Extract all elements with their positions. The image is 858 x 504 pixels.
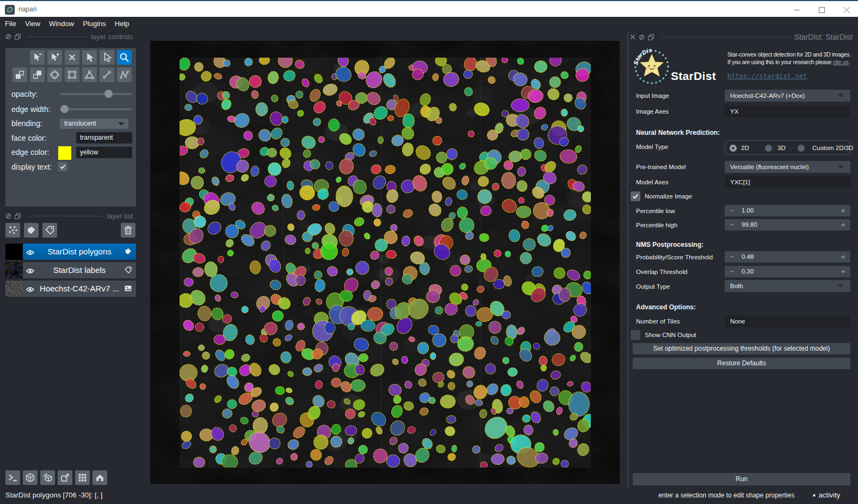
tool-ndisplay[interactable] (23, 470, 38, 485)
hide-dock-icon[interactable] (5, 34, 11, 40)
layer-name: StarDist labels (23, 262, 136, 278)
tool-new-points[interactable] (5, 223, 20, 238)
spin-increment[interactable]: + (841, 266, 845, 277)
menu-window[interactable]: Window (45, 17, 78, 31)
menu-help[interactable]: Help (110, 17, 134, 31)
tool-move-back[interactable] (13, 67, 27, 82)
plugin-dock-title: StarDist: StarDist (794, 33, 853, 41)
face-color-label: face color: (11, 134, 47, 142)
title-bar: napari (0, 0, 858, 17)
input-image-label: Input Image (636, 92, 669, 99)
tool-insert-vertex[interactable] (47, 50, 62, 65)
tool-move-front[interactable] (30, 67, 45, 82)
tool-add-path[interactable] (117, 67, 132, 82)
model-type-radio-group: 2D 3D Custom 2D/3D (725, 140, 850, 155)
edge-color-field[interactable]: yellow (76, 147, 132, 158)
restore-defaults-button[interactable]: Restore Defaults (633, 358, 850, 369)
run-button[interactable]: Run (633, 473, 850, 486)
pretrained-model-dropdown[interactable]: Versatile (fluorescent nuclei) (725, 161, 850, 173)
layer-row-hoechst-c42-arv7[interactable]: Hoechst-C42-ARv7 ... (23, 281, 136, 297)
model-axes-field[interactable]: YXC[1] (725, 176, 850, 188)
close-button[interactable] (834, 2, 858, 18)
display-text-checkbox[interactable] (58, 162, 67, 171)
spin-decrement[interactable]: − (730, 266, 734, 277)
tool-add-polygon[interactable] (82, 67, 97, 82)
spin-decrement[interactable]: − (730, 251, 734, 262)
image-axes-field[interactable]: YX (725, 105, 850, 117)
show-cnn-checkbox[interactable] (631, 330, 640, 340)
overlap-threshold-spinbox[interactable]: − 0.30 + (725, 266, 850, 277)
spin-decrement[interactable]: − (730, 205, 734, 216)
tool-home[interactable] (92, 470, 107, 485)
spin-increment[interactable]: + (841, 205, 845, 216)
tool-console[interactable] (5, 470, 20, 485)
tool-new-labels[interactable] (42, 223, 57, 238)
percentile-high-spinbox[interactable]: − 99.80 + (725, 219, 850, 231)
radio-2d[interactable] (730, 145, 737, 152)
blending-dropdown[interactable]: translucent (60, 119, 128, 129)
number-of-tiles-field[interactable]: None (725, 315, 850, 327)
tool-delete-vertex[interactable] (65, 50, 79, 65)
viewer-canvas[interactable] (150, 41, 620, 484)
edge-color-label: edge color: (11, 148, 49, 157)
opacity-slider[interactable] (60, 90, 132, 98)
edge-width-slider[interactable] (60, 105, 132, 113)
activity-toggle[interactable]: ▲ activity (812, 491, 840, 499)
hide-dock-icon[interactable] (639, 34, 645, 40)
face-color-field[interactable]: transparent (76, 132, 132, 144)
layer-name: StarDist polygons (23, 244, 136, 260)
set-optimized-thresholds-button[interactable]: Set optimized postprocessing thresholds … (633, 343, 850, 354)
tool-zoom[interactable] (117, 50, 132, 65)
radio-custom[interactable] (798, 145, 805, 152)
tool-new-shapes[interactable] (24, 223, 39, 238)
status-message: enter a selection mode to edit shape pro… (658, 491, 794, 499)
percentile-low-label: Percentile low (636, 208, 675, 214)
tool-select-vertices[interactable] (30, 50, 45, 65)
menu-plugins[interactable]: Plugins (78, 17, 110, 31)
edge-color-swatch[interactable] (58, 146, 71, 160)
float-dock-icon[interactable] (648, 34, 654, 40)
output-type-dropdown[interactable]: Both (725, 280, 850, 292)
shapes-layer-icon (124, 247, 132, 258)
cite-us-link[interactable]: cite us (833, 59, 849, 65)
menu-view[interactable]: View (21, 17, 45, 31)
hide-dock-icon[interactable] (5, 213, 11, 219)
spin-decrement[interactable]: − (730, 219, 734, 230)
spin-increment[interactable]: + (841, 219, 845, 230)
maximize-button[interactable] (809, 2, 834, 18)
tool-roll-dimensions[interactable] (40, 470, 55, 485)
percentile-low-spinbox[interactable]: − 1.00 + (725, 205, 850, 216)
tool-transpose-dimensions[interactable] (58, 470, 72, 485)
tool-add-line[interactable] (100, 67, 114, 82)
plugin-description: Star-convex object detection for 2D and … (727, 51, 858, 66)
float-dock-icon[interactable] (15, 213, 21, 219)
menu-file[interactable]: File (1, 17, 21, 31)
percentile-high-label: Percentile high (636, 222, 677, 228)
stardist-wordmark: StarDist (671, 70, 716, 83)
spin-increment[interactable]: + (841, 251, 845, 262)
display-text-label: display text: (11, 163, 52, 171)
tool-grid-view[interactable] (75, 470, 90, 485)
layer-row-stardist-polygons[interactable]: StarDist polygons (23, 244, 136, 260)
float-dock-icon[interactable] (15, 34, 21, 40)
radio-3d[interactable] (765, 145, 772, 152)
tool-direct-select[interactable] (100, 50, 114, 65)
layer-row-stardist-labels[interactable]: StarDist labels (23, 262, 136, 278)
normalize-image-checkbox[interactable] (631, 191, 640, 201)
stardist-website-link[interactable]: https://stardist.net (727, 72, 807, 80)
delete-layer-button[interactable] (121, 223, 135, 238)
close-dock-icon[interactable] (630, 34, 635, 40)
window-title: napari (18, 5, 36, 13)
minimize-button[interactable] (784, 2, 809, 18)
input-image-dropdown[interactable]: Hoechst-C42-ARv7 (+Dox) (725, 90, 850, 102)
stardist-logo: StarDist (632, 47, 671, 86)
output-type-label: Output Type (636, 283, 670, 290)
tool-add-rectangle[interactable] (65, 67, 79, 82)
probability-threshold-spinbox[interactable]: − 0.48 + (725, 251, 850, 263)
dock-splitter[interactable] (627, 31, 628, 488)
tool-select-shape[interactable] (82, 50, 97, 65)
layer-controls-title: layer controls (91, 33, 133, 41)
dropdown-caret-icon (837, 94, 844, 97)
layer-controls-panel: opacity: edge width: blending: transluce… (5, 48, 136, 207)
tool-add-ellipse[interactable] (47, 67, 62, 82)
